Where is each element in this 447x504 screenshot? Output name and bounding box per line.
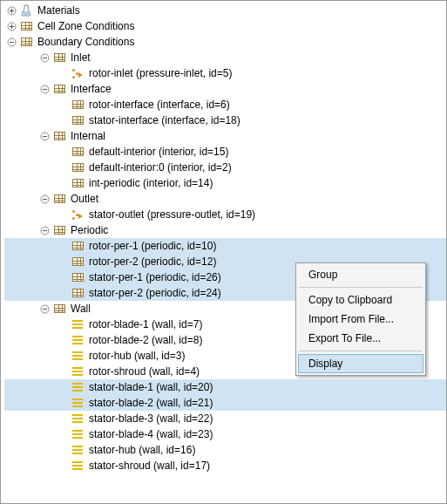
tree-leaf-interface[interactable]: stator-interface (interface, id=18) [4, 112, 446, 128]
leaf-label: stator-blade-1 (wall, id=20) [88, 381, 213, 393]
tree-node-cell-zone[interactable]: Cell Zone Conditions [4, 18, 446, 34]
flow-icon [71, 66, 85, 80]
menu-separator [299, 287, 423, 288]
leaf-label: stator-blade-2 (wall, id=21) [88, 397, 213, 409]
wall-icon [71, 443, 85, 457]
grid-icon [71, 176, 85, 190]
tree-leaf-periodic[interactable]: rotor-per-1 (periodic, id=10) [4, 238, 446, 254]
tree-leaf-wall[interactable]: stator-hub (wall, id=16) [4, 442, 446, 458]
tree-leaf-interface[interactable]: rotor-interface (interface, id=6) [4, 97, 446, 112]
tree-leaf-internal[interactable]: int-periodic (interior, id=14) [4, 175, 446, 191]
menu-separator [299, 351, 423, 351]
wall-icon [71, 317, 85, 331]
grid-icon [52, 129, 66, 143]
menu-item-import[interactable]: Import From File... [298, 310, 423, 329]
collapse-icon[interactable] [39, 225, 50, 235]
tree-leaf-wall[interactable]: stator-blade-2 (wall, id=21) [4, 395, 446, 411]
leaf-label: rotor-hub (wall, id=3) [88, 350, 185, 362]
grid-icon [71, 239, 85, 253]
grid-icon [71, 286, 85, 300]
leaf-label: stator-hub (wall, id=16) [88, 444, 195, 456]
node-label: Periodic [70, 224, 108, 236]
grid-icon [52, 192, 66, 206]
node-label: Outlet [70, 193, 98, 205]
svg-rect-3 [24, 11, 29, 15]
tree-node-inlet[interactable]: Inlet [4, 50, 446, 65]
leaf-label: rotor-per-1 (periodic, id=10) [88, 240, 216, 252]
collapse-icon[interactable] [39, 194, 50, 204]
wall-icon [71, 364, 85, 378]
menu-item-export[interactable]: Export To File... [298, 329, 423, 348]
collapse-icon[interactable] [6, 37, 17, 47]
tree-node-materials[interactable]: Materials [4, 3, 446, 18]
expand-icon[interactable] [6, 21, 17, 31]
tree-leaf-wall[interactable]: stator-shroud (wall, id=17) [4, 458, 446, 473]
tree-node-boundary[interactable]: Boundary Conditions [4, 34, 446, 50]
node-label: Inlet [70, 51, 91, 64]
tree-leaf-internal[interactable]: default-interior (interior, id=15) [4, 144, 446, 160]
wall-icon [71, 412, 85, 426]
leaf-label: stator-blade-3 (wall, id=22) [88, 412, 213, 425]
tree-node-periodic[interactable]: Periodic [4, 222, 446, 238]
wall-icon [71, 349, 85, 363]
leaf-label: rotor-blade-1 (wall, id=7) [88, 318, 202, 330]
leaf-label: rotor-interface (interface, id=6) [88, 99, 230, 111]
collapse-icon[interactable] [39, 84, 50, 94]
leaf-label: stator-shroud (wall, id=17) [88, 460, 210, 472]
collapse-icon[interactable] [39, 131, 50, 141]
tree-node-outlet[interactable]: Outlet [4, 191, 446, 207]
flask-icon [19, 3, 33, 17]
node-label: Interface [70, 83, 112, 95]
wall-icon [71, 380, 85, 394]
wall-icon [71, 427, 85, 441]
leaf-label: rotor-shroud (wall, id=4) [88, 365, 200, 378]
leaf-label: default-interior (interior, id=15) [88, 146, 228, 158]
wall-icon [71, 459, 85, 473]
grid-icon [71, 145, 85, 159]
grid-icon [71, 98, 85, 112]
collapse-icon[interactable] [39, 52, 50, 63]
grid-icon [19, 35, 33, 49]
grid-icon [71, 270, 85, 284]
leaf-label: default-interior:0 (interior, id=2) [88, 161, 232, 174]
tree-leaf-wall[interactable]: stator-blade-4 (wall, id=23) [4, 426, 446, 442]
leaf-label: int-periodic (interior, id=14) [88, 177, 213, 189]
leaf-label: rotor-per-2 (periodic, id=12) [88, 255, 216, 268]
node-label: Cell Zone Conditions [37, 20, 134, 32]
node-label: Internal [70, 130, 105, 142]
leaf-label: stator-per-2 (periodic, id=24) [88, 287, 221, 299]
grid-icon [52, 223, 66, 237]
node-label: Boundary Conditions [37, 36, 134, 48]
menu-item-group[interactable]: Group [298, 265, 423, 284]
tree-view: Materials Cell Zone Conditions Boundary … [1, 1, 446, 475]
leaf-label: stator-outlet (pressure-outlet, id=19) [88, 208, 255, 221]
leaf-label: stator-per-1 (periodic, id=26) [88, 271, 221, 283]
expand-icon[interactable] [6, 5, 17, 16]
tree-node-internal[interactable]: Internal [4, 128, 446, 144]
wall-icon [71, 333, 85, 347]
flow-icon [71, 208, 85, 221]
wall-icon [71, 396, 85, 410]
tree-node-interface[interactable]: Interface [4, 81, 446, 97]
leaf-label: stator-interface (interface, id=18) [88, 114, 240, 126]
tree-leaf-inlet[interactable]: rotor-inlet (pressure-inlet, id=5) [4, 65, 446, 81]
leaf-label: stator-blade-4 (wall, id=23) [88, 428, 213, 440]
grid-icon [71, 255, 85, 269]
grid-icon [71, 160, 85, 174]
grid-icon [52, 51, 66, 65]
tree-leaf-wall[interactable]: stator-blade-1 (wall, id=20) [4, 379, 446, 395]
leaf-label: rotor-inlet (pressure-inlet, id=5) [88, 67, 232, 79]
leaf-label: rotor-blade-2 (wall, id=8) [88, 334, 202, 346]
menu-item-display[interactable]: Display [298, 354, 423, 373]
context-menu: Group Copy to Clipboard Import From File… [295, 262, 426, 376]
node-label: Materials [37, 4, 80, 17]
grid-icon [52, 82, 66, 96]
grid-icon [71, 113, 85, 127]
grid-icon [52, 302, 66, 316]
menu-item-copy[interactable]: Copy to Clipboard [298, 290, 423, 310]
tree-leaf-outlet[interactable]: stator-outlet (pressure-outlet, id=19) [4, 207, 446, 222]
collapse-icon[interactable] [39, 303, 50, 314]
tree-leaf-internal[interactable]: default-interior:0 (interior, id=2) [4, 160, 446, 175]
node-label: Wall [70, 303, 91, 315]
tree-leaf-wall[interactable]: stator-blade-3 (wall, id=22) [4, 411, 446, 426]
